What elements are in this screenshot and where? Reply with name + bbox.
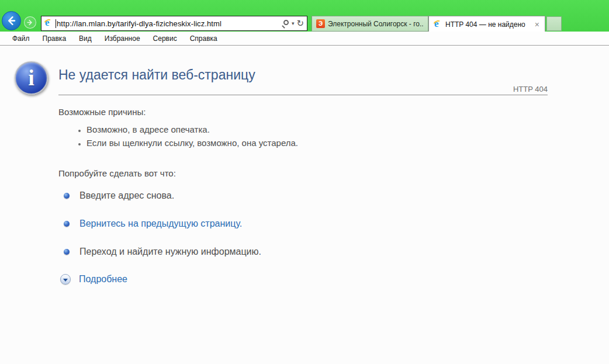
navigation-bar: e http://lan.mlan.by/tarifyi-dlya-fizich… bbox=[0, 0, 609, 32]
go-back-link[interactable]: Вернитесь на предыдущую страницу. bbox=[79, 219, 242, 229]
search-icon[interactable] bbox=[281, 19, 289, 27]
bullet-icon bbox=[64, 249, 70, 255]
text-caret bbox=[56, 19, 56, 28]
tab-http-404[interactable]: e HTTP 404 — не найдено × bbox=[428, 16, 545, 32]
suggestions-heading: Попробуйте сделать вот что: bbox=[58, 168, 176, 178]
address-tools: ▾ ↻ bbox=[281, 19, 304, 28]
tab-close-icon[interactable]: × bbox=[534, 20, 541, 29]
ie-icon: e bbox=[433, 20, 442, 29]
more-info-link[interactable]: Подробнее bbox=[79, 274, 127, 285]
page-title: Не удается найти веб-страницу bbox=[58, 67, 255, 83]
menu-view[interactable]: Вид bbox=[72, 33, 98, 44]
new-tab-button[interactable] bbox=[546, 16, 562, 31]
more-info-row: Подробнее bbox=[58, 274, 127, 285]
suggestion-go-back: Вернитесь на предыдущую страницу. bbox=[58, 219, 242, 229]
suggestion-text: Введите адрес снова. bbox=[79, 190, 174, 201]
browser-window: e http://lan.mlan.by/tarifyi-dlya-fizich… bbox=[0, 0, 609, 364]
url-input[interactable]: http://lan.mlan.by/tarifyi-dlya-fiziches… bbox=[57, 19, 281, 28]
suggestion-retype-address: Введите адрес снова. bbox=[58, 190, 174, 201]
menu-file[interactable]: Файл bbox=[6, 33, 36, 44]
ie-icon: e bbox=[44, 19, 54, 29]
expand-chevron-down-icon[interactable] bbox=[60, 274, 71, 285]
causes-heading: Возможные причины: bbox=[58, 107, 146, 117]
bullet-icon bbox=[64, 221, 70, 227]
menu-tools[interactable]: Сервис bbox=[147, 33, 184, 44]
tab-title: Электронный Солигорск - го... bbox=[328, 20, 424, 28]
cause-item: Если вы щелкнули ссылку, возможно, она у… bbox=[86, 136, 298, 150]
tab-title: HTTP 404 — не найдено bbox=[445, 20, 534, 29]
bullet-icon bbox=[64, 193, 70, 199]
back-button[interactable] bbox=[2, 11, 21, 30]
causes-list: Возможно, в адресе опечатка. Если вы щел… bbox=[0, 123, 298, 150]
refresh-icon[interactable]: ↻ bbox=[296, 19, 304, 28]
tab-electronic-soligorsk[interactable]: Э Электронный Солигорск - го... bbox=[312, 16, 428, 32]
address-bar[interactable]: e http://lan.mlan.by/tarifyi-dlya-fizich… bbox=[41, 16, 307, 31]
menu-help[interactable]: Справка bbox=[184, 33, 224, 44]
suggestion-search-info: Переход и найдите нужную информацию. bbox=[58, 247, 261, 257]
forward-button[interactable] bbox=[24, 16, 36, 29]
menu-favorites[interactable]: Избранное bbox=[98, 33, 147, 44]
search-dropdown-icon[interactable]: ▾ bbox=[292, 21, 295, 26]
menu-bar: Файл Правка Вид Избранное Сервис Справка bbox=[0, 32, 609, 46]
suggestion-text: Переход и найдите нужную информацию. bbox=[79, 247, 261, 257]
forward-arrow-icon bbox=[26, 19, 34, 26]
error-page: i Не удается найти веб-страницу HTTP 404… bbox=[0, 46, 609, 364]
info-icon: i bbox=[15, 61, 48, 95]
site-favicon-icon: Э bbox=[316, 19, 325, 28]
menu-edit[interactable]: Правка bbox=[36, 33, 73, 44]
back-arrow-icon bbox=[6, 15, 17, 26]
cause-item: Возможно, в адресе опечатка. bbox=[86, 123, 298, 136]
error-code-badge: HTTP 404 bbox=[58, 85, 548, 95]
